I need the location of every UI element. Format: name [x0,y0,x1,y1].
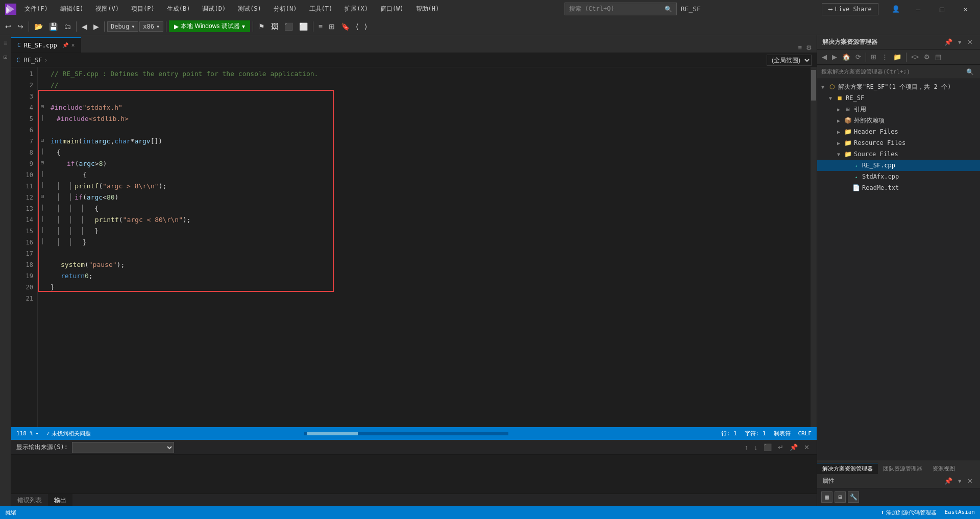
se-btn-sort[interactable]: ⋮ [879,52,890,62]
toolbar-btn-nav2[interactable]: ⟩ [362,21,370,32]
status-add-source[interactable]: ⬆ 添加到源代码管理器 [881,509,937,516]
tree-resource-files[interactable]: ▶ 📁 Resource Files [817,137,980,149]
se-btn-forward[interactable]: ▶ [830,52,839,62]
code-line-16[interactable]: │ │ } [48,237,817,248]
code-line-8[interactable]: { [48,147,817,158]
code-line-15[interactable]: │ │ │ } [48,226,817,237]
tab-output[interactable]: 输出 [48,494,72,507]
output-clear[interactable]: ⬛ [762,442,774,452]
collapse-4[interactable]: ⊟ [38,101,47,112]
debug-config-dropdown[interactable]: Debug ▾ [107,21,138,32]
se-btn-refresh[interactable]: ⟳ [853,52,863,62]
code-line-18[interactable]: system("pause"); [48,259,817,270]
undo-btn[interactable]: ↩ [3,21,14,32]
se-btn-collapse-all[interactable]: ▤ [933,52,943,62]
toolbar-btn-extra1[interactable]: ⚑ [256,21,267,32]
toolbar-btn-extra2[interactable]: 🖼 [268,21,281,32]
toolbar-btn-align2[interactable]: ⊞ [326,21,337,32]
tab-pin[interactable]: 📌 [62,42,68,48]
tree-re-sf-cpp[interactable]: ⬩ RE_SF.cpp [817,160,980,171]
toolbar-btn-extra3[interactable]: ⬛ [282,21,296,32]
code-line-3[interactable] [48,91,817,102]
sidebar-icon-1[interactable]: ≡ [2,38,9,48]
minimize-button[interactable]: — [909,3,927,15]
se-btn-home[interactable]: 🏠 [840,52,852,62]
breadcrumb-file[interactable]: C RE_SF [16,57,42,64]
collapse-12[interactable]: ⊟ [38,191,47,202]
se-btn-props[interactable]: ⚙ [922,52,932,62]
menu-debug[interactable]: 调试(D) [198,3,230,15]
code-line-13[interactable]: │ │ │ { [48,203,817,214]
menu-tools[interactable]: 工具(T) [305,3,337,15]
code-line-20[interactable]: } [48,282,817,293]
code-line-17[interactable] [48,248,817,259]
tree-external-deps[interactable]: ▶ 📦 外部依赖项 [817,115,980,126]
tree-stdafx-cpp[interactable]: ⬩ StdAfx.cpp [817,171,980,182]
run-button[interactable]: ▶ 本地 Windows 调试器 ▾ [169,20,250,32]
se-btn-all-files[interactable]: 📁 [891,52,903,62]
save-all-btn[interactable]: 🗂 [61,21,74,32]
menu-edit[interactable]: 编辑(E) [56,3,88,15]
redo-btn[interactable]: ↪ [15,21,26,32]
prop-dropdown-btn[interactable]: ▾ [956,476,964,486]
prop-grid-btn[interactable]: ▦ [821,491,832,503]
zoom-dropdown[interactable]: ▾ [35,430,39,437]
horizontal-scrollbar-thumb[interactable] [307,432,358,435]
menu-file[interactable]: 文件(F) [20,3,52,15]
code-line-19[interactable]: return 0; [48,270,817,282]
output-content[interactable] [11,455,817,493]
menu-view[interactable]: 视图(V) [91,3,123,15]
open-btn[interactable]: 📂 [32,21,45,32]
forward-btn[interactable]: ▶ [91,21,102,32]
code-line-21[interactable] [48,293,817,304]
code-line-11[interactable]: │ │ printf("argc > 8\r\n"); [48,181,817,192]
collapse-9[interactable]: ⊟ [38,157,47,168]
editor-scrollbar-thumb[interactable] [811,70,816,101]
code-line-9[interactable]: if (argc > 8 ) [48,158,817,169]
tab-menu-btn[interactable]: ≡ [796,43,804,53]
menu-analyze[interactable]: 分析(N) [270,3,301,15]
se-search-btn[interactable]: 🔍 [964,67,976,77]
code-line-7[interactable]: int main(int argc, char* argv[]) [48,136,817,147]
back-btn[interactable]: ◀ [79,21,90,32]
tab-re-sf-cpp[interactable]: C RE_SF.cpp 📌 ✕ [11,37,81,53]
settings-icon-btn[interactable]: ⚙ [804,43,814,53]
tab-team-explorer[interactable]: 团队资源管理器 [878,463,927,474]
tab-resource-view[interactable]: 资源视图 [927,463,960,474]
toolbar-btn-align1[interactable]: ≡ [316,21,325,32]
prop-pin-btn[interactable]: 📌 [942,476,954,486]
menu-test[interactable]: 测试(S) [234,3,265,15]
se-btn-filter[interactable]: ⊞ [869,52,878,62]
output-close[interactable]: ✕ [802,442,812,452]
toolbar-btn-extra4[interactable]: ⬜ [297,21,310,32]
save-btn[interactable]: 💾 [46,21,60,32]
tree-project[interactable]: ▼ ■ RE_SF [817,92,980,104]
code-line-2[interactable]: // [48,80,817,91]
se-btn-code[interactable]: <> [909,52,921,62]
tab-error-list[interactable]: 错误列表 [11,494,48,507]
code-line-4[interactable]: #include "stdafx.h" [48,102,817,113]
tree-solution[interactable]: ▼ ⬡ 解决方案"RE_SF"(1 个项目，共 2 个) [817,81,980,92]
live-share-button[interactable]: ⟷ Live Share [822,3,878,15]
output-scroll-down[interactable]: ↓ [752,442,760,452]
platform-dropdown[interactable]: x86 ▾ [139,21,163,32]
tree-header-files[interactable]: ▶ 📁 Header Files [817,126,980,137]
search-box[interactable]: 搜索 (Ctrl+Q) 🔍 [565,3,677,15]
sidebar-icon-2[interactable]: ⊡ [2,52,9,62]
tab-solution-explorer[interactable]: 解决方案资源管理器 [817,463,878,474]
output-scroll-up[interactable]: ↑ [743,442,750,452]
person-icon[interactable]: 👤 [888,3,904,15]
menu-build[interactable]: 生成(B) [163,3,194,15]
tree-readme[interactable]: 📄 ReadMe.txt [817,182,980,193]
close-button[interactable]: ✕ [957,3,975,15]
code-content[interactable]: ⊟ │ ⊟ │ ⊟ │ │ ⊟ │ │ │ │ [38,67,817,427]
se-btn-back[interactable]: ◀ [820,52,829,62]
status-issues[interactable]: ✓ 未找到相关问题 [46,430,91,437]
toolbar-btn-bookmark[interactable]: 🔖 [338,21,352,32]
output-pin[interactable]: 📌 [788,442,800,452]
output-word-wrap[interactable]: ↵ [776,442,786,452]
code-line-10[interactable]: { [48,169,817,181]
tab-close-btn[interactable]: ✕ [71,42,75,48]
tree-source-files[interactable]: ▼ 📁 Source Files [817,149,980,160]
code-line-6[interactable] [48,125,817,136]
